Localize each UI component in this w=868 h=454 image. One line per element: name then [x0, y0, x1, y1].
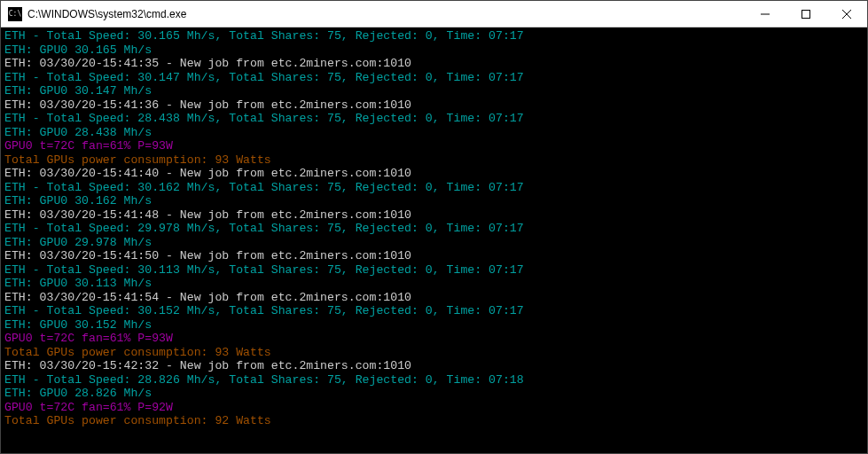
close-icon: [842, 10, 851, 19]
console-line: ETH: 03/30/20-15:41:35 - New job from et…: [4, 57, 864, 71]
console-line: GPU0 t=72C fan=61% P=93W: [4, 332, 864, 346]
window-title: C:\WINDOWS\system32\cmd.exe: [27, 8, 745, 20]
console-line: ETH: 03/30/20-15:41:36 - New job from et…: [4, 98, 864, 113]
titlebar[interactable]: C:\ C:\WINDOWS\system32\cmd.exe: [1, 1, 867, 27]
console-line: ETH - Total Speed: 30.113 Mh/s, Total Sh…: [4, 263, 864, 278]
window-controls: [745, 1, 867, 27]
console-line: ETH - Total Speed: 30.162 Mh/s, Total Sh…: [4, 181, 864, 195]
maximize-icon: [802, 10, 810, 19]
console-line: Total GPUs power consumption: 93 Watts: [4, 153, 864, 168]
console-line: Total GPUs power consumption: 92 Watts: [4, 414, 864, 428]
console-output[interactable]: ETH - Total Speed: 30.165 Mh/s, Total Sh…: [1, 27, 867, 453]
console-line: ETH: 03/30/20-15:41:48 - New job from et…: [4, 208, 864, 223]
cmd-icon-label: C:\: [9, 11, 21, 18]
console-line: GPU0 t=72C fan=61% P=92W: [4, 401, 864, 415]
console-line: ETH: GPU0 29.978 Mh/s: [4, 236, 864, 250]
console-line: ETH - Total Speed: 30.152 Mh/s, Total Sh…: [4, 304, 864, 318]
console-line: ETH: 03/30/20-15:42:32 - New job from et…: [4, 359, 864, 373]
console-line: ETH - Total Speed: 30.147 Mh/s, Total Sh…: [4, 71, 864, 85]
maximize-button[interactable]: [786, 1, 826, 27]
console-line: ETH - Total Speed: 28.438 Mh/s, Total Sh…: [4, 112, 864, 126]
minimize-icon: [761, 10, 770, 19]
console-line: ETH - Total Speed: 28.826 Mh/s, Total Sh…: [4, 373, 864, 387]
svg-rect-1: [802, 10, 810, 18]
cmd-icon: C:\: [8, 7, 22, 21]
cmd-window: C:\ C:\WINDOWS\system32\cmd.exe ETH - To…: [0, 0, 868, 454]
console-line: ETH: GPU0 30.113 Mh/s: [4, 277, 864, 291]
console-line: ETH: GPU0 30.165 Mh/s: [4, 43, 864, 58]
console-line: ETH - Total Speed: 29.978 Mh/s, Total Sh…: [4, 222, 864, 236]
console-line: ETH: GPU0 30.152 Mh/s: [4, 318, 864, 333]
console-line: ETH - Total Speed: 30.165 Mh/s, Total Sh…: [4, 29, 864, 43]
console-line: Total GPUs power consumption: 93 Watts: [4, 346, 864, 360]
console-line: ETH: GPU0 30.162 Mh/s: [4, 194, 864, 208]
minimize-button[interactable]: [745, 1, 786, 27]
console-line: ETH: 03/30/20-15:41:40 - New job from et…: [4, 167, 864, 181]
console-line: ETH: 03/30/20-15:41:50 - New job from et…: [4, 249, 864, 263]
console-line: ETH: 03/30/20-15:41:54 - New job from et…: [4, 291, 864, 305]
console-line: GPU0 t=72C fan=61% P=93W: [4, 139, 864, 153]
console-line: ETH: GPU0 30.147 Mh/s: [4, 84, 864, 98]
console-line: ETH: GPU0 28.438 Mh/s: [4, 126, 864, 140]
close-button[interactable]: [826, 1, 867, 27]
console-line: ETH: GPU0 28.826 Mh/s: [4, 387, 864, 401]
